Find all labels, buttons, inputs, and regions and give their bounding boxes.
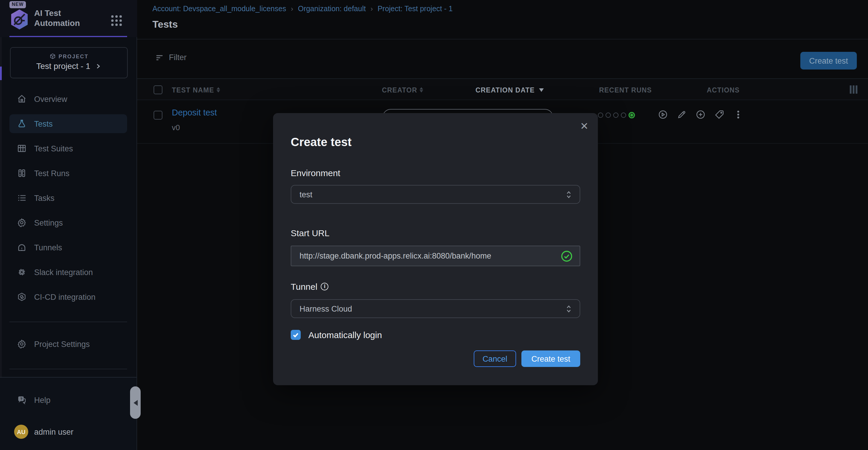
- breadcrumb-account[interactable]: Account: Devspace_all_module_licenses: [152, 5, 286, 13]
- header-divider: [137, 39, 868, 39]
- filter-icon: [155, 53, 164, 61]
- svg-text:?: ?: [20, 397, 22, 401]
- filter-button[interactable]: Filter: [155, 53, 187, 62]
- breadcrumb-organization[interactable]: Organization: default: [298, 5, 366, 13]
- recent-runs: [598, 112, 635, 118]
- column-settings-icon[interactable]: [849, 85, 858, 94]
- run-dot-empty[interactable]: [598, 113, 603, 118]
- column-test-name[interactable]: TEST NAME: [172, 79, 220, 101]
- breadcrumb-separator: ›: [291, 5, 293, 13]
- tunnel-icon: [17, 243, 27, 252]
- project-value: Test project - 1: [36, 61, 90, 71]
- sidebar-item-test-runs[interactable]: Test Runs: [9, 164, 127, 182]
- auto-login-checkbox-row[interactable]: Automatically login: [291, 330, 382, 340]
- sidebar-divider-top: [9, 321, 127, 322]
- url-valid-check-icon: [561, 250, 572, 262]
- column-creator[interactable]: CREATOR: [382, 79, 423, 101]
- user-menu[interactable]: AU admin user: [9, 422, 127, 441]
- modal-title: Create test: [291, 136, 351, 149]
- row-actions: [658, 110, 743, 119]
- create-test-button[interactable]: Create test: [800, 52, 857, 69]
- project-selector[interactable]: PROJECT Test project - 1: [10, 47, 128, 78]
- breadcrumb: Account: Devspace_all_module_licenses › …: [152, 5, 453, 13]
- brand-accent-line: [9, 36, 127, 37]
- page-title: Tests: [152, 19, 178, 31]
- environment-label: Environment: [291, 168, 340, 178]
- close-icon[interactable]: ✕: [580, 120, 589, 133]
- tunnel-select[interactable]: Harness Cloud: [291, 299, 580, 318]
- test-name-link[interactable]: Deposit test: [172, 108, 217, 117]
- cicd-link-icon: [17, 292, 27, 302]
- check-icon: [292, 332, 299, 338]
- sidebar-item-settings[interactable]: Settings: [9, 213, 127, 232]
- sidebar-item-tasks[interactable]: Tasks: [9, 189, 127, 207]
- run-dot-empty[interactable]: [606, 113, 611, 118]
- flask-icon: [17, 119, 27, 129]
- avatar: AU: [14, 425, 28, 439]
- tag-icon[interactable]: [714, 110, 724, 119]
- environment-select[interactable]: test: [291, 185, 580, 204]
- tunnel-value: Harness Cloud: [300, 304, 352, 313]
- chevron-left-icon: [133, 400, 137, 405]
- select-chevrons-icon: [566, 190, 571, 199]
- sidebar: NEW AI Test Automation: [0, 0, 137, 450]
- sidebar-item-tests[interactable]: Tests: [9, 114, 127, 133]
- cancel-button[interactable]: Cancel: [474, 350, 516, 367]
- auto-login-checkbox[interactable]: [291, 330, 301, 340]
- sort-desc-icon: [539, 88, 544, 92]
- gear-icon: [17, 339, 27, 349]
- run-dot-passed[interactable]: [628, 112, 635, 118]
- kebab-menu-icon[interactable]: [733, 110, 743, 119]
- select-all-checkbox[interactable]: [154, 85, 162, 94]
- edit-pencil-icon[interactable]: [677, 110, 687, 119]
- chevron-right-icon: [95, 63, 101, 69]
- left-rail-accent: [0, 66, 2, 80]
- run-dot-empty[interactable]: [613, 113, 619, 118]
- run-dot-empty[interactable]: [621, 113, 626, 118]
- info-icon[interactable]: i: [321, 283, 329, 290]
- new-badge: NEW: [9, 1, 26, 8]
- sidebar-nav: Overview Tests Test Suites Test Runs: [9, 89, 127, 306]
- row-checkbox[interactable]: [154, 111, 162, 119]
- project-label: PROJECT: [59, 53, 89, 59]
- auto-login-label: Automatically login: [308, 330, 382, 340]
- app-window: NEW AI Test Automation: [0, 0, 868, 450]
- sidebar-item-project-settings[interactable]: Project Settings: [9, 335, 127, 354]
- table-header: TEST NAME CREATOR CREATION DATE RECENT R…: [137, 78, 868, 100]
- gear-icon: [17, 218, 27, 227]
- test-version: v0: [172, 123, 180, 132]
- sidebar-item-help[interactable]: ? Help: [9, 391, 127, 410]
- app-title: AI Test Automation: [34, 8, 80, 28]
- help-chat-icon: ?: [17, 395, 27, 405]
- sidebar-item-overview[interactable]: Overview: [9, 89, 127, 108]
- user-name: admin user: [34, 427, 73, 436]
- start-url-label: Start URL: [291, 228, 330, 238]
- sidebar-divider-bottom: [9, 369, 127, 369]
- sidebar-item-test-suites[interactable]: Test Suites: [9, 139, 127, 158]
- start-url-value: http://stage.dbank.prod-apps.relicx.ai:8…: [300, 252, 491, 260]
- app-switcher-icon[interactable]: [111, 15, 122, 26]
- sidebar-item-cicd-integration[interactable]: CI-CD integration: [9, 287, 127, 306]
- run-test-icon[interactable]: [658, 110, 668, 119]
- app-logo-icon: [10, 9, 29, 30]
- cube-icon: [49, 53, 56, 59]
- home-icon: [17, 94, 27, 104]
- breadcrumb-project[interactable]: Project: Test project - 1: [377, 5, 453, 13]
- sidebar-item-slack-integration[interactable]: Slack integration: [9, 263, 127, 282]
- breadcrumb-separator: ›: [370, 5, 373, 13]
- logo-zone: NEW AI Test Automation: [0, 0, 137, 37]
- column-recent-runs: RECENT RUNS: [599, 79, 652, 101]
- create-test-modal: ✕ Create test Environment test Start URL…: [273, 113, 598, 385]
- sidebar-item-tunnels[interactable]: Tunnels: [9, 238, 127, 257]
- sort-toggle-icon[interactable]: [217, 87, 220, 92]
- slack-icon: [17, 268, 27, 277]
- modal-create-test-button[interactable]: Create test: [521, 350, 580, 367]
- start-url-input[interactable]: http://stage.dbank.prod-apps.relicx.ai:8…: [291, 246, 580, 266]
- add-to-suite-icon[interactable]: [695, 110, 706, 119]
- list-icon: [17, 193, 27, 203]
- select-chevrons-icon: [566, 304, 571, 313]
- tunnel-label: Tunnel i: [291, 282, 329, 291]
- column-creation-date[interactable]: CREATION DATE: [475, 79, 544, 101]
- column-actions: ACTIONS: [707, 79, 740, 101]
- sort-toggle-icon[interactable]: [420, 87, 423, 92]
